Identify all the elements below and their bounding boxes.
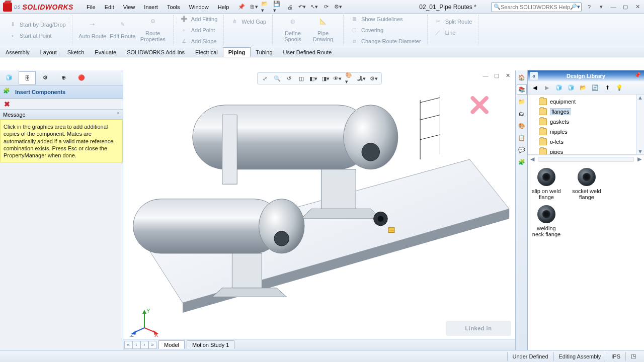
tp-appearances-icon[interactable]: 🎨	[517, 121, 527, 131]
pm-cancel-button[interactable]: ✖	[3, 100, 11, 108]
scroll-left-icon[interactable]: ◀	[528, 156, 537, 163]
route-properties-button[interactable]: ⚙Route Properties	[139, 18, 167, 42]
design-library-tree[interactable]: equipment flanges gaskets nipples o-lets…	[528, 95, 644, 155]
define-spools-button[interactable]: ◍Define Spools	[279, 18, 307, 42]
menu-edit[interactable]: Edit	[101, 2, 118, 12]
tab-last-button[interactable]: »	[148, 341, 156, 349]
tp-resources-icon[interactable]: 🧩	[517, 157, 527, 167]
close-button[interactable]: ✕	[633, 3, 642, 11]
tab-sketch[interactable]: Sketch	[62, 47, 90, 57]
help-search-input[interactable]	[501, 4, 570, 10]
tree-node-nipples[interactable]: nipples	[533, 127, 643, 137]
search-go-icon[interactable]: 🔎	[570, 3, 577, 11]
tp-home-icon[interactable]: 🏠	[517, 72, 527, 82]
dl-back-icon[interactable]: ◀	[530, 83, 540, 93]
tp-design-library-icon[interactable]: 📚	[517, 84, 527, 95]
dl-refresh-icon[interactable]: 🔄	[590, 83, 600, 93]
tree-node-o-lets[interactable]: o-lets	[533, 137, 643, 147]
tab-prev-button[interactable]: ‹	[132, 341, 140, 349]
pin-panel-icon[interactable]: 📌	[634, 72, 642, 80]
rebuild-icon[interactable]: ⟳	[321, 3, 331, 12]
dl-forward-icon[interactable]: ▶	[542, 83, 552, 93]
minimize-button[interactable]: —	[609, 3, 618, 11]
show-guidelines-button[interactable]: ≣Show Guidelines	[350, 15, 421, 24]
menu-insert[interactable]: Insert	[140, 2, 162, 12]
dl-up-icon[interactable]: ⬆	[602, 83, 612, 93]
help-search[interactable]: 🔍 🔎 ▾	[491, 2, 582, 12]
dl-add-file-icon[interactable]: 🧊	[554, 83, 564, 93]
undo-icon[interactable]: ↶▾	[297, 3, 306, 12]
item-welding-neck-flange[interactable]: welding neck flange	[531, 205, 562, 237]
dl-open-folder-icon[interactable]: 📂	[578, 83, 588, 93]
scroll-right-icon[interactable]: ▶	[635, 156, 644, 163]
dimxpert-manager-tab[interactable]: ⊕	[55, 71, 72, 84]
change-route-diameter-button[interactable]: ⌀Change Route Diameter	[350, 37, 421, 46]
tab-piping[interactable]: Piping	[223, 47, 251, 57]
open-doc-icon[interactable]: 📂▾	[261, 3, 270, 12]
collapse-panel-icon[interactable]: «	[530, 72, 538, 80]
child-maximize-button[interactable]: ▢	[492, 71, 501, 79]
tp-file-explorer-icon[interactable]: 📁	[517, 97, 527, 107]
item-slip-on-weld-flange[interactable]: slip on weld flange	[531, 168, 562, 200]
display-manager-tab[interactable]: 🔴	[73, 71, 90, 84]
tab-first-button[interactable]: «	[124, 341, 132, 349]
edit-route-button[interactable]: ✎Edit Route	[109, 21, 137, 39]
search-dropdown-icon[interactable]: ▾	[577, 3, 580, 11]
tree-horizontal-scrollbar[interactable]: ◀ ▶	[528, 155, 644, 163]
configuration-manager-tab[interactable]: ⚙	[37, 71, 54, 84]
child-minimize-button[interactable]: —	[481, 71, 490, 79]
tab-motion-study-1[interactable]: Motion Study 1	[187, 340, 234, 349]
tree-node-equipment[interactable]: equipment	[533, 97, 643, 107]
auto-route-button[interactable]: ⇢Auto Route	[78, 21, 107, 39]
menu-window[interactable]: Window	[185, 2, 213, 12]
tab-layout[interactable]: Layout	[35, 47, 62, 57]
menu-help[interactable]: Help	[214, 2, 233, 12]
tab-electrical[interactable]: Electrical	[190, 47, 223, 57]
tab-model[interactable]: Model	[158, 340, 185, 349]
weld-gap-button[interactable]: ⋔Weld Gap	[230, 17, 266, 26]
child-close-button[interactable]: ✕	[503, 71, 512, 79]
tree-vertical-scrollbar[interactable]: ▲▼	[636, 95, 644, 154]
tp-custom-props-icon[interactable]: 📋	[517, 133, 527, 143]
tab-tubing[interactable]: Tubing	[250, 47, 278, 57]
property-manager-tab[interactable]: 🗄	[19, 71, 36, 84]
tree-node-gaskets[interactable]: gaskets	[533, 117, 643, 127]
tree-node-pipes[interactable]: pipes	[533, 147, 643, 155]
new-doc-icon[interactable]: 🗎▾	[249, 3, 258, 12]
tab-next-button[interactable]: ›	[140, 341, 148, 349]
covering-button[interactable]: ◌Covering	[350, 26, 421, 35]
print-icon[interactable]: 🖨	[285, 3, 294, 12]
tab-addins[interactable]: SOLIDWORKS Add-Ins	[121, 47, 190, 57]
start-by-drag-drop-button[interactable]: ⬇Start by Drag/Drop	[8, 20, 66, 29]
feature-manager-tab[interactable]: 🧊	[1, 71, 18, 84]
dl-add-folder-icon[interactable]: 🧊	[566, 83, 576, 93]
tp-forums-icon[interactable]: 💬	[517, 145, 527, 155]
menu-view[interactable]: View	[119, 2, 139, 12]
options-icon[interactable]: ⚙▾	[334, 3, 343, 12]
dl-config-icon[interactable]: 💡	[614, 83, 624, 93]
menu-tools[interactable]: Tools	[163, 2, 184, 12]
status-units[interactable]: IPS	[606, 352, 625, 361]
tree-node-flanges[interactable]: flanges	[533, 107, 643, 117]
add-point-button[interactable]: ＋Add Point	[180, 26, 218, 35]
status-expand-icon[interactable]: ◳	[625, 352, 641, 361]
tab-user-defined-route[interactable]: User Defined Route	[278, 47, 338, 57]
item-socket-weld-flange[interactable]: socket weld flange	[571, 168, 602, 200]
menu-file[interactable]: File	[83, 2, 100, 12]
scroll-track[interactable]	[538, 157, 634, 162]
select-icon[interactable]: ↖▾	[309, 3, 318, 12]
tp-view-palette-icon[interactable]: 🗂	[517, 109, 527, 119]
start-at-point-button[interactable]: •Start at Point	[8, 31, 66, 40]
pipe-drawing-button[interactable]: 📐Pipe Drawing	[309, 18, 337, 42]
help-dropdown-icon[interactable]: ▾	[597, 3, 606, 11]
maximize-button[interactable]: ▢	[621, 3, 630, 11]
save-icon[interactable]: 💾▾	[273, 3, 282, 12]
tab-evaluate[interactable]: Evaluate	[89, 47, 122, 57]
pm-section-message-header[interactable]: Message ˄	[0, 110, 123, 120]
line-button[interactable]: ／Line	[434, 28, 472, 37]
graphics-area[interactable]: ⤢ 🔍 ↺ ◫ ◧▾ ◨▾ 👁▾ 🎨▾ 🏞▾ ⚙▾	[123, 70, 515, 350]
pin-menu-icon[interactable]: 📌	[238, 4, 245, 10]
help-icon[interactable]: ?	[585, 3, 594, 11]
add-fitting-button[interactable]: ➕Add Fitting	[180, 15, 218, 24]
split-route-button[interactable]: ✂Split Route	[434, 17, 472, 26]
